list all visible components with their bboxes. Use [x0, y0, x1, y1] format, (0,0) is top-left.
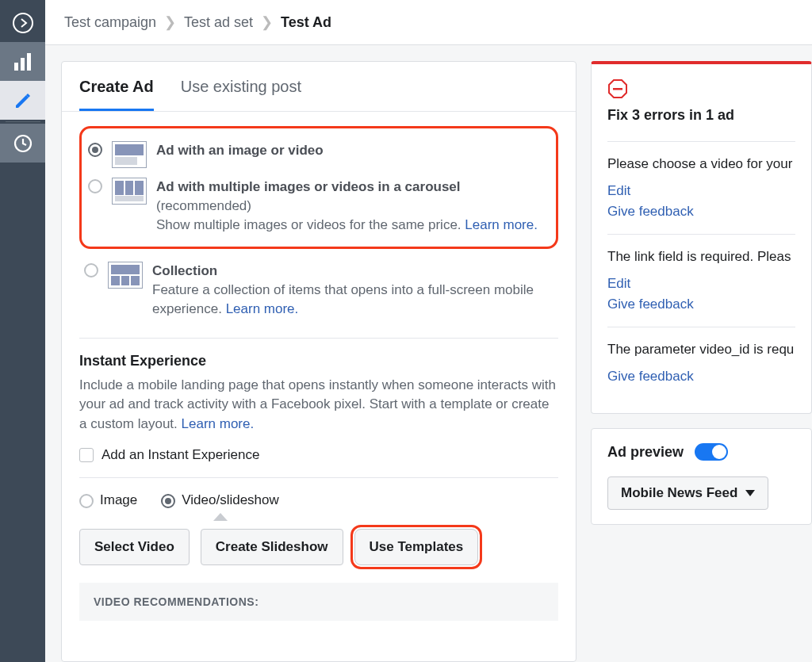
placement-dropdown[interactable]: Mobile News Feed — [607, 476, 768, 510]
radio-collection[interactable] — [84, 263, 98, 277]
breadcrumb: Test campaign ❯ Test ad set ❯ Test Ad — [45, 0, 812, 45]
media-image-label: Image — [100, 492, 137, 508]
instant-experience-heading: Instant Experience — [79, 353, 558, 369]
learn-more-link[interactable]: Learn more. — [182, 416, 255, 431]
media-type-selector: Image Video/slideshow — [79, 492, 558, 508]
thumb-collection-icon — [108, 262, 143, 289]
caret-down-icon — [745, 490, 755, 496]
learn-more-link[interactable]: Learn more. — [465, 217, 538, 232]
option-single-image[interactable]: Ad with an image or video — [86, 136, 550, 173]
divider — [79, 477, 558, 478]
thumb-carousel-icon — [112, 178, 147, 205]
error-message: The parameter video_id is requ — [607, 342, 795, 358]
divider — [79, 338, 558, 339]
tab-use-existing[interactable]: Use existing post — [181, 62, 301, 111]
breadcrumb-campaign[interactable]: Test campaign — [64, 14, 156, 31]
clock-icon — [13, 134, 33, 153]
error-item: The link field is required. Pleas Edit G… — [607, 234, 795, 327]
create-slideshow-button[interactable]: Create Slideshow — [201, 529, 343, 565]
video-recommendations-heading: VIDEO RECOMMENDATIONS: — [79, 583, 558, 621]
error-item: Please choose a video for your Edit Give… — [607, 141, 795, 234]
checkbox-label: Add an Instant Experience — [102, 447, 259, 463]
errors-title: Fix 3 errors in 1 ad — [607, 107, 795, 124]
option-collection[interactable]: Collection Feature a collection of items… — [79, 257, 558, 323]
bar-chart-icon — [13, 52, 33, 72]
media-image-option[interactable]: Image — [79, 492, 137, 508]
tab-create-ad[interactable]: Create Ad — [79, 62, 154, 111]
pencil-icon — [14, 92, 32, 109]
error-edit-link[interactable]: Edit — [607, 183, 795, 199]
error-message: The link field is required. Pleas — [607, 249, 795, 265]
radio-carousel[interactable] — [88, 179, 102, 193]
video-action-buttons: Select Video Create Slideshow Use Templa… — [79, 529, 558, 565]
learn-more-link[interactable]: Learn more. — [226, 301, 299, 316]
error-item: The parameter video_id is requ Give feed… — [607, 327, 795, 399]
chevron-right-icon: ❯ — [164, 13, 176, 31]
media-video-option[interactable]: Video/slideshow — [161, 492, 279, 508]
svg-rect-1 — [14, 63, 18, 71]
error-feedback-link[interactable]: Give feedback — [607, 204, 795, 220]
option-collection-title: Collection — [152, 262, 557, 281]
nav-arrow-button[interactable] — [0, 3, 45, 42]
radio-single[interactable] — [88, 143, 102, 157]
nav-edit-button[interactable] — [0, 81, 45, 120]
errors-panel: Fix 3 errors in 1 ad Please choose a vid… — [591, 61, 812, 414]
ad-preview-panel: Ad preview Mobile News Feed — [591, 428, 812, 525]
svg-point-0 — [13, 13, 33, 33]
option-carousel-desc: Show multiple images or videos for the s… — [156, 216, 538, 235]
ad-source-tabs: Create Ad Use existing post — [62, 62, 576, 112]
format-options-highlight: Ad with an image or video Ad with multip… — [79, 126, 558, 249]
nav-analytics-button[interactable] — [0, 42, 45, 81]
instant-experience-desc: Include a mobile landing page that opens… — [79, 376, 558, 434]
svg-rect-3 — [27, 53, 31, 71]
option-collection-desc: Feature a collection of items that opens… — [152, 281, 557, 319]
ad-preview-label: Ad preview — [607, 444, 684, 461]
option-carousel-title: Ad with multiple images or videos in a c… — [156, 178, 538, 197]
radio-image[interactable] — [79, 494, 94, 508]
media-video-label: Video/slideshow — [182, 492, 279, 508]
nav-history-button[interactable] — [0, 124, 45, 163]
create-ad-panel: Create Ad Use existing post Ad with an i… — [61, 61, 576, 662]
breadcrumb-ad: Test Ad — [281, 14, 331, 31]
error-feedback-link[interactable]: Give feedback — [607, 369, 795, 385]
error-message: Please choose a video for your — [607, 156, 795, 172]
caret-up-icon — [213, 513, 228, 521]
breadcrumb-adset[interactable]: Test ad set — [184, 14, 253, 31]
nav-separator — [6, 121, 40, 122]
left-nav-rail — [0, 0, 45, 662]
option-carousel[interactable]: Ad with multiple images or videos in a c… — [86, 173, 550, 239]
error-edit-link[interactable]: Edit — [607, 276, 795, 292]
error-stop-icon — [607, 78, 628, 99]
checkbox-icon[interactable] — [79, 448, 94, 462]
instant-experience-checkbox[interactable]: Add an Instant Experience — [79, 447, 558, 463]
option-single-title: Ad with an image or video — [156, 141, 324, 160]
ad-preview-toggle[interactable] — [695, 443, 728, 461]
chevron-circle-icon — [12, 12, 34, 34]
option-carousel-rec: (recommended) — [156, 197, 538, 216]
placement-label: Mobile News Feed — [621, 485, 737, 501]
error-feedback-link[interactable]: Give feedback — [607, 297, 795, 312]
svg-rect-2 — [21, 58, 25, 71]
radio-video[interactable] — [161, 494, 175, 508]
svg-rect-6 — [613, 88, 622, 90]
select-video-button[interactable]: Select Video — [79, 529, 190, 565]
thumb-single-icon — [112, 141, 147, 168]
chevron-right-icon: ❯ — [261, 13, 273, 31]
use-templates-button[interactable]: Use Templates — [354, 529, 479, 565]
